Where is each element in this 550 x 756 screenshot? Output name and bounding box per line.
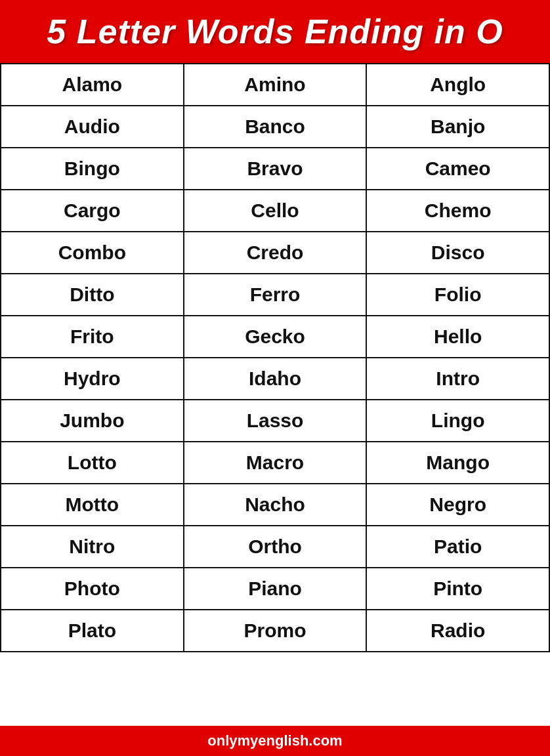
word-cell: Anglo	[366, 64, 549, 106]
word-cell: Intro	[366, 358, 549, 400]
table-row: AlamoAminoAnglo	[1, 64, 549, 106]
word-cell: Lotto	[1, 442, 184, 484]
word-cell: Bingo	[1, 148, 184, 190]
word-cell: Mango	[366, 442, 549, 484]
table-row: ComboCredoDisco	[1, 232, 549, 274]
word-cell: Motto	[1, 484, 184, 526]
word-cell: Piano	[184, 568, 367, 610]
words-table-container: AlamoAminoAngloAudioBancoBanjoBingoBravo…	[0, 63, 550, 726]
word-cell: Radio	[366, 610, 549, 652]
word-cell: Lingo	[366, 400, 549, 442]
table-row: DittoFerroFolio	[1, 274, 549, 316]
page-header: 5 Letter Words Ending in O	[0, 0, 550, 63]
word-cell: Cameo	[366, 148, 549, 190]
table-row: JumboLassoLingo	[1, 400, 549, 442]
table-row: NitroOrthoPatio	[1, 526, 549, 568]
word-cell: Audio	[1, 106, 184, 148]
word-cell: Patio	[366, 526, 549, 568]
word-cell: Nacho	[184, 484, 367, 526]
word-cell: Frito	[1, 316, 184, 358]
word-cell: Ortho	[184, 526, 367, 568]
page-footer: onlymyenglish.com	[0, 726, 550, 756]
word-cell: Credo	[184, 232, 367, 274]
table-row: AudioBancoBanjo	[1, 106, 549, 148]
words-table: AlamoAminoAngloAudioBancoBanjoBingoBravo…	[0, 63, 550, 652]
word-cell: Chemo	[366, 190, 549, 232]
word-cell: Gecko	[184, 316, 367, 358]
word-cell: Photo	[1, 568, 184, 610]
word-cell: Macro	[184, 442, 367, 484]
word-cell: Nitro	[1, 526, 184, 568]
word-cell: Jumbo	[1, 400, 184, 442]
table-row: MottoNachoNegro	[1, 484, 549, 526]
word-cell: Negro	[366, 484, 549, 526]
word-cell: Lasso	[184, 400, 367, 442]
word-cell: Ferro	[184, 274, 367, 316]
word-cell: Alamo	[1, 64, 184, 106]
word-cell: Folio	[366, 274, 549, 316]
table-row: LottoMacroMango	[1, 442, 549, 484]
footer-url: onlymyenglish.com	[207, 732, 342, 749]
table-row: PhotoPianoPinto	[1, 568, 549, 610]
word-cell: Combo	[1, 232, 184, 274]
word-cell: Disco	[366, 232, 549, 274]
word-cell: Plato	[1, 610, 184, 652]
word-cell: Idaho	[184, 358, 367, 400]
word-cell: Bravo	[184, 148, 367, 190]
table-row: HydroIdahoIntro	[1, 358, 549, 400]
word-cell: Banco	[184, 106, 367, 148]
word-cell: Cargo	[1, 190, 184, 232]
word-cell: Cello	[184, 190, 367, 232]
word-cell: Ditto	[1, 274, 184, 316]
table-row: FritoGeckoHello	[1, 316, 549, 358]
table-row: PlatoPromoRadio	[1, 610, 549, 652]
word-cell: Pinto	[366, 568, 549, 610]
word-cell: Promo	[184, 610, 367, 652]
table-row: BingoBravoCameo	[1, 148, 549, 190]
page-title: 5 Letter Words Ending in O	[13, 12, 537, 51]
word-cell: Hello	[366, 316, 549, 358]
word-cell: Banjo	[366, 106, 549, 148]
word-cell: Hydro	[1, 358, 184, 400]
table-row: CargoCelloChemo	[1, 190, 549, 232]
word-cell: Amino	[184, 64, 367, 106]
